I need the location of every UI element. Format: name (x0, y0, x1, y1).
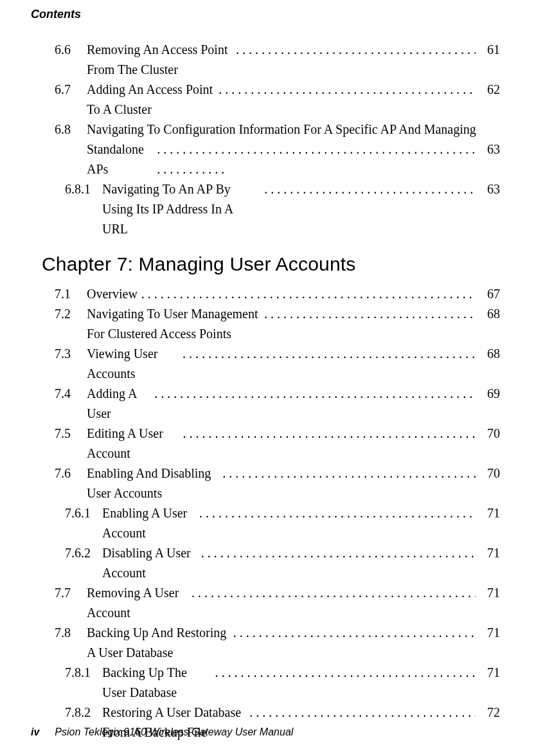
toc-title: Enabling And Disabling User Accounts (87, 464, 219, 503)
toc-leader (264, 304, 476, 324)
toc-num: 7.7 (55, 583, 87, 603)
toc-page: 71 (479, 503, 500, 523)
toc-leader (141, 284, 476, 304)
toc-leader (222, 464, 476, 483)
toc-title-cont: Standalone APs (87, 140, 153, 179)
toc-num: 6.8 (55, 120, 87, 140)
toc-page: 62 (479, 80, 500, 100)
toc-page: 71 (479, 543, 500, 563)
toc-page: 71 (479, 663, 500, 683)
toc-page: 70 (479, 464, 500, 483)
toc-leader (201, 543, 476, 563)
toc-title: Editing A User Account (87, 424, 179, 464)
toc-entry: 6.8.1 Navigating To An AP By Using Its I… (65, 179, 500, 239)
toc-title: Backing Up The User Database (102, 663, 211, 703)
toc-title: Navigating To An AP By Using Its IP Addr… (102, 179, 260, 239)
toc-page: 72 (479, 703, 500, 723)
toc-leader (183, 424, 476, 444)
toc-page: 61 (479, 40, 500, 60)
toc-entry: 7.1Overview67 (55, 284, 500, 304)
page: Contents 6.6 Removing An Access Point Fr… (0, 0, 536, 756)
toc-title: Disabling A User Account (102, 543, 197, 583)
toc-leader (157, 140, 476, 179)
toc-entry: 7.3Viewing User Accounts68 (55, 344, 500, 384)
toc-num: 7.5 (55, 424, 87, 444)
toc-leader (233, 623, 476, 643)
running-head: Contents (31, 8, 81, 21)
footer-text: Psion Teklogix 9160 Wireless Gateway Use… (55, 726, 293, 737)
toc-page: 71 (479, 583, 500, 603)
toc-page: 71 (479, 623, 500, 643)
toc-num: 7.2 (55, 304, 87, 324)
toc-num: 7.6.1 (65, 503, 102, 523)
chapter-heading: Chapter 7: Managing User Accounts (42, 253, 500, 275)
toc-num: 7.4 (55, 384, 87, 404)
toc-entry: 6.8 Navigating To Configuration Informat… (55, 120, 500, 179)
toc-title: Navigating To Configuration Information … (87, 120, 476, 140)
toc-num: 6.7 (55, 80, 87, 100)
toc-leader (249, 703, 476, 723)
toc-title: Backing Up And Restoring A User Database (87, 623, 229, 663)
toc-num: 7.3 (55, 344, 87, 364)
toc-leader (236, 40, 476, 60)
toc-num: 7.6 (55, 464, 87, 483)
toc-content: 6.6 Removing An Access Point From The Cl… (55, 40, 500, 756)
toc-entry: 7.5Editing A User Account70 (55, 424, 500, 464)
toc-page: 70 (479, 424, 500, 444)
toc-entry: 7.6.1Enabling A User Account71 (65, 503, 500, 543)
toc-num: 7.1 (55, 284, 87, 304)
toc-title: Adding An Access Point To A Cluster (87, 80, 215, 120)
toc-page: 68 (479, 304, 500, 324)
toc-leader (183, 344, 476, 364)
toc-title: Removing A User Account (87, 583, 188, 623)
toc-entry: 7.6.2Disabling A User Account71 (65, 543, 500, 583)
toc-entry: 7.2Navigating To User Management For Clu… (55, 304, 500, 344)
toc-leader (199, 503, 476, 523)
toc-leader (154, 384, 476, 404)
toc-page: 68 (479, 344, 500, 364)
toc-entry: 7.8Backing Up And Restoring A User Datab… (55, 623, 500, 663)
toc-title: Navigating To User Management For Cluste… (87, 304, 260, 344)
toc-title: Viewing User Accounts (87, 344, 179, 384)
toc-title: Enabling A User Account (102, 503, 195, 543)
toc-leader (215, 663, 476, 683)
toc-num: 6.8.1 (65, 179, 102, 199)
toc-entry: 6.6 Removing An Access Point From The Cl… (55, 40, 500, 80)
toc-leader (264, 179, 476, 199)
toc-title: Adding A User (87, 384, 150, 424)
toc-page: 63 (479, 179, 500, 199)
toc-entry: 7.8.1Backing Up The User Database71 (65, 663, 500, 703)
toc-page: 67 (479, 284, 500, 304)
footer-page-number: iv (31, 726, 39, 737)
toc-title: Removing An Access Point From The Cluste… (87, 40, 232, 80)
toc-entry: 7.6Enabling And Disabling User Accounts7… (55, 464, 500, 503)
toc-entry: 6.7 Adding An Access Point To A Cluster … (55, 80, 500, 120)
toc-num: 7.8.1 (65, 663, 102, 683)
toc-title: Overview (87, 284, 138, 304)
toc-entry: 7.7Removing A User Account71 (55, 583, 500, 623)
toc-entry: 7.4Adding A User69 (55, 384, 500, 424)
toc-leader (192, 583, 476, 603)
toc-page: 63 (479, 140, 500, 159)
footer: ivPsion Teklogix 9160 Wireless Gateway U… (31, 726, 293, 738)
toc-num: 7.8 (55, 623, 87, 643)
toc-num: 7.6.2 (65, 543, 102, 563)
toc-leader (219, 80, 476, 100)
toc-num: 6.6 (55, 40, 87, 60)
toc-page: 69 (479, 384, 500, 404)
toc-num: 7.8.2 (65, 703, 102, 723)
